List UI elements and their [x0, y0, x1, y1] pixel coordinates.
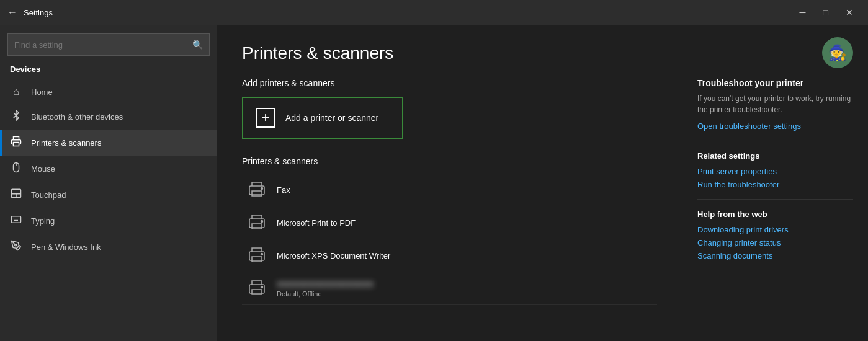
help-link-scanning[interactable]: Scanning documents — [697, 251, 853, 260]
printer-name-xps: Microsoft XPS Document Writer — [277, 251, 390, 260]
run-troubleshooter-link[interactable]: Run the troubleshooter — [697, 180, 853, 189]
app-title: Settings — [24, 8, 792, 17]
help-title: Help from the web — [697, 210, 853, 219]
sidebar-item-bluetooth[interactable]: Bluetooth & other devices — [0, 104, 217, 130]
home-icon: ⌂ — [10, 86, 22, 97]
svg-rect-0 — [14, 143, 19, 146]
add-section-title: Add printers & scanners — [242, 78, 657, 88]
svg-point-24 — [261, 286, 263, 288]
printer-info-fax: Fax — [277, 185, 290, 195]
printer-icon-blurred — [247, 278, 267, 298]
sidebar-item-label: Mouse — [31, 164, 55, 174]
svg-rect-23 — [252, 290, 262, 294]
printer-item-fax[interactable]: Fax — [242, 174, 657, 206]
keyboard-icon — [10, 214, 22, 228]
pen-icon — [10, 240, 22, 254]
print-server-link[interactable]: Print server properties — [697, 167, 853, 176]
svg-point-12 — [15, 244, 17, 246]
add-icon: + — [256, 108, 275, 128]
help-link-download[interactable]: Downloading print drivers — [697, 225, 853, 234]
search-input[interactable] — [14, 40, 192, 50]
printer-name-blurred: XXXXXXXXXXXXXXXXXX — [277, 280, 374, 289]
printer-icon-xps — [247, 246, 267, 265]
bluetooth-icon — [10, 110, 22, 123]
back-button[interactable]: ← — [7, 7, 17, 18]
divider-1 — [697, 141, 853, 141]
sidebar-item-printers[interactable]: Printers & scanners — [0, 130, 217, 156]
svg-point-15 — [261, 188, 263, 190]
page-title: Printers & scanners — [242, 43, 657, 63]
printer-item-blurred[interactable]: XXXXXXXXXXXXXXXXXX Default, Offline — [242, 272, 657, 305]
sidebar-item-touchpad[interactable]: Touchpad — [0, 182, 217, 208]
avatar-container: 🧙 — [697, 37, 853, 68]
sidebar-item-pen[interactable]: Pen & Windows Ink — [0, 234, 217, 260]
printer-item-xps[interactable]: Microsoft XPS Document Writer — [242, 239, 657, 272]
titlebar: ← Settings ─ □ ✕ — [0, 0, 868, 25]
touchpad-icon — [10, 188, 22, 202]
printer-status-blurred: Default, Offline — [277, 290, 374, 298]
svg-rect-14 — [252, 191, 262, 196]
svg-point-18 — [261, 221, 263, 223]
printer-item-pdf[interactable]: Microsoft Print to PDF — [242, 206, 657, 239]
sidebar-item-typing[interactable]: Typing — [0, 208, 217, 234]
sidebar-item-label: Touchpad — [31, 190, 66, 200]
app-body: 🔍 Devices ⌂ Home Bluetooth & other devic… — [0, 25, 868, 341]
printer-info-blurred: XXXXXXXXXXXXXXXXXX Default, Offline — [277, 280, 374, 298]
open-troubleshooter-link[interactable]: Open troubleshooter settings — [697, 122, 853, 131]
sidebar-item-label: Typing — [31, 216, 55, 226]
related-settings-title: Related settings — [697, 151, 853, 161]
avatar: 🧙 — [822, 37, 853, 68]
printer-icon-fax — [247, 180, 267, 200]
svg-rect-17 — [252, 224, 262, 229]
main-content: Printers & scanners Add printers & scann… — [217, 25, 682, 341]
sidebar-item-label: Home — [31, 87, 53, 97]
printer-info-xps: Microsoft XPS Document Writer — [277, 251, 390, 260]
troubleshoot-title: Troubleshoot your printer — [697, 78, 853, 88]
svg-rect-20 — [252, 257, 262, 262]
add-printer-button[interactable]: + Add a printer or scanner — [242, 97, 403, 139]
printers-section-title: Printers & scanners — [242, 156, 657, 166]
printer-name-pdf: Microsoft Print to PDF — [277, 218, 356, 228]
sidebar-item-label: Pen & Windows Ink — [31, 242, 101, 252]
search-wrapper[interactable]: 🔍 — [7, 33, 210, 56]
search-icon: 🔍 — [192, 40, 203, 50]
close-button[interactable]: ✕ — [838, 5, 861, 20]
sidebar-item-label: Printers & scanners — [31, 138, 101, 148]
sidebar-item-mouse[interactable]: Mouse — [0, 156, 217, 182]
window-controls: ─ □ ✕ — [792, 5, 861, 20]
svg-rect-6 — [12, 216, 21, 223]
minimize-button[interactable]: ─ — [792, 5, 813, 20]
divider-2 — [697, 199, 853, 200]
search-container: 🔍 — [7, 33, 210, 56]
right-panel: 🧙 Troubleshoot your printer If you can't… — [682, 25, 868, 341]
printer-name-fax: Fax — [277, 185, 290, 195]
maximize-button[interactable]: □ — [816, 5, 836, 20]
sidebar-item-home[interactable]: ⌂ Home — [0, 80, 217, 104]
printer-info-pdf: Microsoft Print to PDF — [277, 218, 356, 228]
printer-icon — [10, 136, 22, 149]
help-link-status[interactable]: Changing printer status — [697, 238, 853, 247]
sidebar: 🔍 Devices ⌂ Home Bluetooth & other devic… — [0, 25, 217, 341]
troubleshoot-description: If you can't get your printer to work, t… — [697, 93, 853, 115]
sidebar-item-label: Bluetooth & other devices — [31, 112, 123, 122]
svg-point-21 — [261, 254, 263, 255]
sidebar-section-title: Devices — [0, 61, 217, 80]
mouse-icon — [10, 162, 22, 175]
add-button-label: Add a printer or scanner — [285, 113, 378, 123]
printer-icon-pdf — [247, 213, 267, 232]
